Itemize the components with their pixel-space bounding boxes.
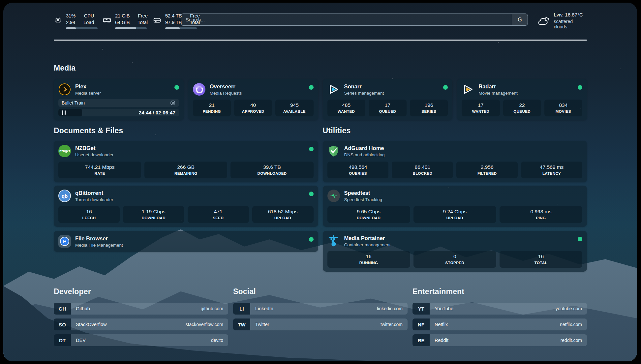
app-subtitle: Media File Management [75, 243, 305, 248]
bookmark-github[interactable]: GH Github github.com [54, 303, 228, 315]
storage-total-value: 97.9 TB [165, 19, 182, 26]
card-sonarr[interactable]: Sonarr Series management 485WANTED 17QUE… [323, 79, 453, 120]
weather-condition: scattered clouds [554, 19, 587, 29]
memory-icon [103, 16, 111, 24]
section-title-entertainment: Entertainment [412, 287, 587, 296]
app-subtitle: Torrent downloader [75, 197, 305, 202]
now-playing-title: Bullet Train [62, 100, 170, 106]
search-input[interactable] [181, 14, 512, 25]
bookmark-linkedin[interactable]: LI LinkedIn linkedin.com [233, 303, 408, 315]
header-divider [54, 40, 587, 41]
filebrowser-icon [58, 235, 71, 248]
card-plex[interactable]: Plex Media server Bullet Train 24:44 / 0 [54, 79, 184, 120]
card-qbittorrent[interactable]: qb qBittorrent Torrent downloader 16LEEC… [54, 186, 318, 227]
app-subtitle: Movie management [478, 91, 573, 96]
adguard-icon [327, 145, 340, 157]
bookmark-name: Github [76, 306, 201, 311]
speedtest-icon [327, 190, 340, 202]
memory-metric: 21 GiB 64 GiB Free Total [103, 13, 148, 29]
stat-total: 16TOTAL [500, 251, 582, 268]
cpu-metric: 31% 2.94 CPU Load [54, 13, 98, 29]
stat-queued: 17QUEUED [369, 100, 407, 116]
section-title-social: Social [233, 287, 408, 296]
app-name: Plex [75, 83, 170, 90]
bookmark-abbr: LI [233, 303, 250, 315]
bookmark-abbr: RE [412, 334, 430, 346]
cpu-icon [54, 16, 62, 24]
bookmark-youtube[interactable]: YT YouTube youtube.com [412, 303, 587, 315]
bookmark-name: DEV [76, 338, 211, 343]
card-speedtest[interactable]: Speedtest Speedtest Tracking 9.65 GbpsDO… [323, 186, 587, 227]
disk-icon [153, 16, 162, 24]
bookmark-stackoverflow[interactable]: SO StackOverflow stackoverflow.com [54, 318, 228, 330]
memory-free-label: Free [137, 13, 148, 19]
stat-download: 1.19 GbpsDOWNLOAD [123, 206, 184, 223]
bookmark-name: Reddit [435, 338, 561, 343]
stat-upload: 618.52 MbpsUPLOAD [252, 206, 314, 223]
bookmark-netflix[interactable]: NF Netflix netflix.com [412, 318, 587, 330]
card-overseerr[interactable]: Overseerr Media Requests 21PENDING 40APP… [188, 79, 318, 120]
bookmark-url: reddit.com [561, 338, 582, 343]
stat-downloaded: 39.6 TBDOWNLOADED [230, 162, 313, 178]
playback-progress-row[interactable]: 24:44 / 02:06:47 [58, 109, 179, 117]
card-filebrowser[interactable]: File Browser Media File Management [54, 231, 318, 252]
section-title-utilities: Utilities [323, 126, 587, 135]
status-online-dot [309, 192, 314, 196]
stat-upload: 9.24 GbpsUPLOAD [413, 206, 496, 223]
bookmark-twitter[interactable]: TW Twitter twitter.com [233, 318, 408, 330]
memory-total-value: 64 GiB [115, 19, 130, 26]
card-portainer[interactable]: Media Portainer Container management 16R… [323, 231, 587, 272]
bookmark-abbr: GH [54, 303, 71, 315]
bookmark-url: netflix.com [560, 322, 582, 327]
app-subtitle: DNS and adblocking [344, 152, 583, 157]
memory-total-label: Total [137, 19, 148, 26]
app-name: qBittorrent [75, 190, 305, 196]
app-name: Speedtest [344, 190, 583, 196]
stat-stopped: 0STOPPED [413, 251, 496, 268]
app-name: Sonarr [344, 83, 439, 90]
stat-movies: 834MOVIES [544, 100, 582, 116]
app-name: AdGuard Home [344, 145, 583, 151]
app-subtitle: Usenet downloader [75, 152, 305, 157]
stat-pending: 21PENDING [193, 100, 231, 116]
stat-available: 945AVAILABLE [275, 100, 313, 116]
pause-icon[interactable] [62, 110, 66, 115]
bookmark-abbr: NF [412, 318, 430, 330]
bookmark-abbr: DT [54, 334, 71, 346]
sonarr-icon [327, 83, 340, 96]
stat-latency: 47.569 msLATENCY [521, 162, 582, 178]
documents-column: Documents & Files nzbget NZBGet Usenet d… [54, 126, 318, 272]
bookmark-dev[interactable]: DT DEV dev.to [54, 334, 228, 346]
stat-rate: 744.21 MbpsRATE [58, 162, 141, 178]
plex-icon [58, 83, 71, 96]
status-online-dot [578, 237, 582, 241]
search-bar[interactable]: G [181, 14, 528, 26]
app-name: NZBGet [75, 145, 305, 151]
playback-time: 24:44 / 02:06:47 [139, 110, 175, 115]
weather-widget[interactable]: Lviv, 16.87°C scattered clouds [536, 12, 587, 29]
search-engine-button[interactable]: G [512, 14, 528, 25]
app-name: File Browser [75, 235, 305, 242]
card-adguard[interactable]: AdGuard Home DNS and adblocking 498,564Q… [323, 141, 587, 182]
bookmark-abbr: SO [54, 318, 71, 330]
card-nzbget[interactable]: nzbget NZBGet Usenet downloader 744.21 M… [54, 141, 318, 182]
card-radarr[interactable]: Radarr Movie management 17WANTED 22QUEUE… [457, 79, 587, 120]
stat-seed: 471SEED [188, 206, 249, 223]
weather-location-temp: Lviv, 16.87°C [554, 12, 587, 17]
stat-filtered: 2,956FILTERED [456, 162, 518, 178]
app-name: Radarr [478, 83, 573, 90]
bookmark-reddit[interactable]: RE Reddit reddit.com [412, 334, 587, 346]
stat-queries: 498,564QUERIES [327, 162, 389, 178]
portainer-icon [327, 235, 340, 247]
storage-free-value: 52.4 TB [165, 13, 182, 19]
now-playing-row[interactable]: Bullet Train [58, 99, 179, 107]
bookmarks-social: Social LI LinkedIn linkedin.com TW Twitt… [233, 287, 408, 350]
bookmark-name: StackOverflow [76, 322, 186, 327]
app-subtitle: Media server [75, 91, 170, 96]
top-bar: 31% 2.94 CPU Load [54, 3, 587, 36]
bookmarks-entertainment: Entertainment YT YouTube youtube.com NF … [412, 287, 587, 350]
storage-progress-bar [165, 27, 197, 29]
bookmark-url: github.com [201, 306, 223, 311]
section-title-developer: Developer [54, 287, 228, 296]
bookmark-name: LinkedIn [255, 306, 377, 311]
